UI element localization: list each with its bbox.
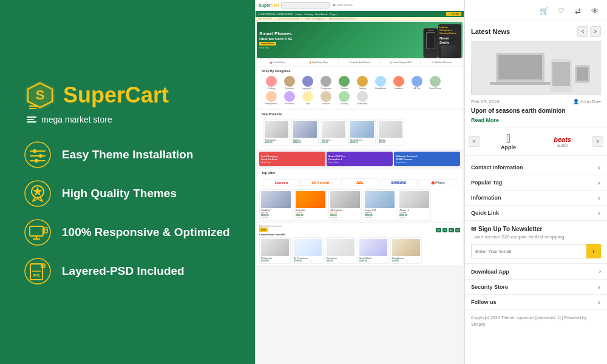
mini-product-laptop[interactable]: Laptop... $899.00 <box>291 119 319 146</box>
newsletter-form: › <box>471 244 601 258</box>
mini-nav-home[interactable]: Home <box>296 13 302 16</box>
mini-brand-product-5[interactable]: iPhone 15 Top Pick $999.00 5% Off <box>398 189 431 221</box>
news-next-button[interactable]: > <box>590 26 601 37</box>
cart-icon[interactable]: 🛒 <box>538 5 550 17</box>
mini-categories-grid: Clothing Furniture Laptops & ... Compute… <box>260 75 459 106</box>
mini-cat-stationery[interactable]: Stationary <box>354 91 371 105</box>
read-more-link[interactable]: Read More <box>471 117 601 123</box>
mini-feat-saving: 💰 Big Saving Shop <box>299 61 339 64</box>
feature-list: Easy Theme Installation High Quality The… <box>24 141 231 285</box>
mini-cat-grocery[interactable]: Grocery <box>336 91 353 105</box>
svg-rect-34 <box>577 67 588 81</box>
news-meta: Feb 03, 2024 👤 John Doe <box>471 99 601 104</box>
brand-prev-button[interactable]: < <box>469 136 480 147</box>
heart-icon[interactable]: ♡ <box>555 5 567 17</box>
feature-item-psd: PS Layered-PSD Included <box>24 258 231 285</box>
svg-point-9 <box>39 154 42 158</box>
follow-us-row[interactable]: Follow us ∨ <box>465 295 607 310</box>
mini-deal-3[interactable]: Earphones $39.00 <box>325 237 356 264</box>
mini-cat-computer[interactable]: Computers <box>317 76 334 90</box>
svg-point-7 <box>33 149 36 153</box>
mini-product-mouse[interactable]: Mouse... $29.00 <box>377 119 404 146</box>
mini-nav-browse[interactable]: ☰ BROWSE ALL CATEGORIES <box>258 13 293 16</box>
mini-cat-clothing[interactable]: Clothing <box>263 76 280 90</box>
mini-brand-product-1[interactable]: ThinkPad... Top Pick $699.00 20% Off <box>259 189 293 221</box>
mini-cat-smartphone[interactable]: SmartPhone <box>427 76 444 90</box>
mini-product-earbuds[interactable]: Earbuds... $59.00 <box>320 119 347 146</box>
mini-nav-catalog[interactable]: Catalog <box>304 13 313 16</box>
brand-apple[interactable]:  Apple <box>501 132 516 150</box>
left-panel: S SuperCart mega market store <box>0 0 255 364</box>
mini-cat-toys[interactable]: Toys <box>299 91 316 105</box>
accordion-contact-header[interactable]: Contact Information ∨ <box>465 160 607 175</box>
newsletter-section: ✉ Sign Up To Newsletter ...and receive $… <box>465 221 607 264</box>
brand-beats[interactable]: beats audio <box>554 136 571 147</box>
svg-rect-30 <box>490 82 551 85</box>
mini-nav-pages[interactable]: Pages <box>330 13 337 16</box>
email-input[interactable] <box>471 244 586 258</box>
mini-brand-xiaomi[interactable]: Mi Xiaomi <box>302 179 339 186</box>
mini-brand-samsung[interactable]: SAMSUNG <box>380 179 417 186</box>
mini-cat-tv[interactable]: All TVs <box>409 76 426 90</box>
download-app-arrow-icon: › <box>599 268 601 275</box>
newsletter-submit-button[interactable]: › <box>586 244 601 258</box>
center-website-preview: SuperCart ☎ +1800 123 456 ☰ BROWSE ALL C… <box>255 0 464 364</box>
mini-brand-iphone[interactable]: 🍎 iPhone <box>419 179 456 186</box>
mini-brand-jbl[interactable]: JBL <box>341 178 378 186</box>
newsletter-subtitle: ...and receive $20 coupon for first shop… <box>471 234 601 240</box>
mini-cat-furniture[interactable]: Furniture <box>281 76 298 90</box>
mini-product-fridge[interactable]: Refrigerator... $400.00 <box>263 119 290 146</box>
monitor-icon <box>24 219 51 246</box>
brand-next-button[interactable]: > <box>592 136 603 147</box>
newsletter-title: ✉ Sign Up To Newsletter <box>471 226 601 232</box>
news-prev-button[interactable]: < <box>577 26 588 37</box>
accordion-popular-tag-header[interactable]: Popular Tag ∨ <box>465 175 607 190</box>
mini-deal-4[interactable]: Smart Watch $199.00 <box>358 237 389 264</box>
logo-text: SuperCart <box>63 83 169 108</box>
brands-slider: <  Apple beats audio > <box>465 127 607 156</box>
mini-nav-new[interactable]: New Arrival <box>315 13 327 16</box>
accordion-quick-link: Quick Link ∨ <box>465 206 607 221</box>
mini-cat-headphone[interactable]: Headphone <box>372 76 389 90</box>
mini-product-phone[interactable]: Smartphone... $699.00 <box>348 119 376 146</box>
security-store-header[interactable]: Security Store ∨ <box>465 280 607 294</box>
mini-promo-earbuds[interactable]: Fast Charging Boult Earbuds Shop Now → <box>259 152 325 166</box>
download-app-row[interactable]: Download App › <box>465 264 607 280</box>
mini-cat-headphones2[interactable]: Headphones <box>263 91 280 105</box>
svg-text:PS: PS <box>33 273 40 278</box>
accordion-quick-link-header[interactable]: Quick Link ∨ <box>465 206 607 220</box>
mini-cat-furniture2[interactable]: Furniture <box>317 91 334 105</box>
svg-rect-32 <box>552 62 570 86</box>
mini-cat-speaker[interactable]: Speakers <box>390 76 407 90</box>
share-icon[interactable]: ⇄ <box>572 5 584 17</box>
mini-brand-product-2[interactable]: Redmi 5G Top Pick $299.00 15% Off <box>294 189 327 221</box>
mini-deal-1[interactable]: Refrigerator $450.00 <box>259 237 291 264</box>
news-author: 👤 John Doe <box>573 99 601 104</box>
eye-icon[interactable]: 👁 <box>589 5 601 17</box>
rp-top-icons: 🛒 ♡ ⇄ 👁 <box>465 0 607 21</box>
mini-brand-product-4[interactable]: Galaxy S24 Top Pick $899.00 10% Off <box>363 189 396 221</box>
mini-cat-camera[interactable]: Camera <box>336 76 353 90</box>
mini-features-bar: 🚚 Free Delivery 💰 Big Saving Shop ↩ Hass… <box>257 59 463 66</box>
accordion-information-header[interactable]: Information ∨ <box>465 190 607 205</box>
svg-rect-17 <box>30 226 43 236</box>
mini-search-bar[interactable] <box>281 2 330 8</box>
mini-nav: ☰ BROWSE ALL CATEGORIES Home Catalog New… <box>256 11 464 17</box>
mini-promo-webcam[interactable]: Webcam Universal 1080P Camera Shop Now → <box>394 152 460 166</box>
mini-deal-2[interactable]: Air Conditioner $599.00 <box>292 237 324 264</box>
latest-news-header: Latest News < > <box>471 26 601 37</box>
mini-cat-footwear[interactable]: Footwear <box>281 91 298 105</box>
mini-feat-return: ↩ Hassle Back Return <box>340 61 380 64</box>
mini-feat-support: 💬 Online Support 24/7 <box>381 61 421 64</box>
mini-brand-lenovo[interactable]: Lenovo <box>263 179 300 186</box>
mini-deal-5[interactable]: Headphones $79.00 <box>390 237 422 264</box>
news-thumbnail <box>471 41 601 95</box>
mini-feat-discount: 🏷 Member Discount <box>422 61 461 64</box>
mini-feat-delivery: 🚚 Free Delivery <box>258 61 298 64</box>
mini-promo-ps5[interactable]: Modx PS5 Pro Controller 4 Shop Now → <box>327 152 393 166</box>
feature-item-responsive: 100% Responsive & Optimized <box>24 219 231 246</box>
badge-icon <box>24 180 51 207</box>
mini-cat-jewelry[interactable]: Jewelry <box>354 76 371 90</box>
mini-brand-product-3[interactable]: JBL Earbuds Top Pick $49.00 25% Off <box>328 189 362 221</box>
mini-cat-laptop[interactable]: Laptops & ... <box>299 76 316 90</box>
